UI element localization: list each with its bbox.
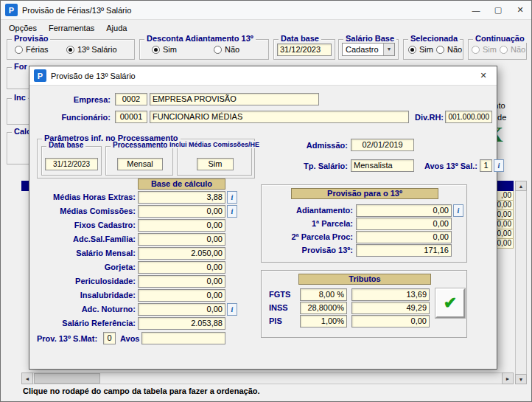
fgts-pct-field[interactable]: 8,00 % [300, 288, 347, 301]
row-value-field[interactable]: 0,00 [356, 204, 452, 217]
radio-dot [66, 46, 74, 54]
group-partial-inc-label: Inc [12, 93, 28, 102]
radio-selecionada-nao[interactable]: Não [436, 45, 462, 54]
scroll-down-icon[interactable]: ▼ [515, 374, 527, 384]
salario-base-select[interactable]: Cadastro ▼ [342, 43, 395, 56]
row-value-field[interactable]: 3,88 [138, 191, 225, 204]
avos-13-field[interactable]: 1 [480, 159, 492, 172]
radio-desconta-nao-label: Não [225, 45, 239, 54]
funcionario-name-field[interactable]: FUNCIONARIO MÉDIAS [150, 111, 409, 123]
row-label: Médias Comissões: [31, 207, 136, 215]
radio-continuacao-nao: Não [500, 45, 525, 54]
maximize-icon[interactable]: ▢ [487, 1, 509, 19]
base-calculo-header: Base de cálculo [138, 179, 225, 190]
radio-desconta-sim[interactable]: Sim [152, 45, 177, 54]
row-value-field[interactable]: 0,00 [138, 205, 225, 218]
prov-smat-avos-field[interactable] [141, 332, 225, 344]
radio-dot [500, 46, 508, 54]
subgroup-inclui-medias: Inclui Médias Comissões/HE Sim [177, 146, 252, 176]
processamento-field[interactable]: Mensal [117, 158, 163, 170]
pis-pct-field[interactable]: 1,00% [300, 315, 347, 328]
close-icon[interactable]: ✕ [509, 1, 531, 19]
scroll-up-icon[interactable]: ▲ [515, 181, 527, 191]
group-salario-base-label: Salário Base [343, 34, 396, 43]
row-value-field[interactable]: 0,00 [356, 218, 452, 230]
avos-info-icon[interactable]: i [494, 159, 504, 172]
radio-13-salario[interactable]: 13º Salário [66, 45, 117, 54]
dialog-close-icon[interactable]: ✕ [470, 66, 497, 85]
data-base-input[interactable]: 31/12/2023 [277, 44, 332, 56]
row-value-field[interactable]: 0,00 [138, 219, 225, 232]
pis-value-field[interactable]: 0,00 [351, 315, 430, 328]
dialog-data-base-field[interactable]: 31/12/2023 [45, 158, 98, 170]
row-value-field[interactable]: 0,00 [138, 303, 225, 316]
menu-ajuda[interactable]: Ajuda [100, 21, 133, 35]
group-parametros: Parâmetros inf. no Processamento Data ba… [37, 139, 255, 179]
adc-noturno-info-icon[interactable]: i [227, 303, 237, 316]
window-title: Provisão de Férias/13º Salário [22, 6, 465, 15]
inss-value-field[interactable]: 49,29 [351, 302, 430, 314]
radio-dot [214, 46, 222, 54]
row-value-field[interactable]: 2.053,88 [138, 317, 225, 330]
provisao-13-header: Provisão para o 13º [291, 188, 438, 199]
inss-label: INSS [269, 303, 288, 312]
group-partial-for-label: For [12, 62, 29, 71]
chevron-down-icon[interactable]: ▼ [383, 44, 394, 55]
medias-he-info-icon[interactable]: i [227, 191, 237, 204]
group-selecionada: Selecionada Sim Não [403, 39, 463, 60]
group-desconta-label: Desconta Adiantamento 13º [144, 34, 256, 43]
group-data-base: Data base 31/12/2023 [273, 39, 335, 60]
subgroup-processamento: Processamento Mensal [105, 146, 173, 176]
divrh-field[interactable]: 001.000.000 [445, 111, 492, 123]
dialog-provisao-13: P Provisão de 13º Salário ✕ Empresa: 000… [29, 66, 497, 370]
salario-base-value: Cadastro [346, 45, 379, 54]
row-label: Insalubridade: [31, 291, 136, 299]
radio-continuacao-nao-label: Não [511, 45, 525, 54]
main-window: P Provisão de Férias/13º Salário — ▢ ✕ O… [0, 0, 532, 402]
row-label: Fixos Cadastro: [31, 221, 136, 229]
vertical-scrollbar[interactable] [515, 181, 527, 384]
empresa-label: Empresa: [35, 95, 111, 104]
empresa-code-field[interactable]: 0002 [115, 93, 147, 105]
row-label: 2ª Parcela Proc: [265, 232, 353, 241]
subgroup-data-base-label: Data base [46, 141, 85, 149]
radio-continuacao-sim-label: Sim [483, 45, 497, 54]
medias-comissoes-info-icon[interactable]: i [227, 205, 237, 218]
dialog-titlebar: P Provisão de 13º Salário ✕ [29, 66, 497, 86]
inss-pct-field[interactable]: 28,8000% [300, 302, 347, 314]
radio-desconta-nao[interactable]: Não [214, 45, 239, 54]
row-value-field[interactable]: 0,00 [138, 233, 225, 246]
scroll-right-icon[interactable]: ► [502, 372, 514, 384]
minimize-icon[interactable]: — [465, 1, 487, 19]
scroll-left-icon[interactable]: ◄ [21, 372, 33, 384]
scrollbar-thumb[interactable] [34, 373, 100, 384]
check-icon: ✔ [444, 294, 457, 313]
admissao-field[interactable]: 02/01/2019 [351, 139, 414, 151]
radio-ferias[interactable]: Férias [15, 45, 49, 54]
adiantamento-info-icon[interactable]: i [453, 204, 463, 217]
group-continuacao: Continuação Sim Não [468, 39, 527, 60]
funcionario-code-field[interactable]: 00001 [115, 111, 147, 123]
pis-label: PIS [269, 316, 282, 325]
tributos-box: Tributos FGTS 8,00 % 13,69 INSS 28,8000%… [261, 270, 467, 338]
row-value-field[interactable]: 0,00 [138, 275, 225, 288]
row-value-field[interactable]: 0,00 [138, 261, 225, 274]
empresa-name-field[interactable]: EMPRESA PROVISÃO [150, 93, 319, 105]
radio-selecionada-sim-label: Sim [419, 45, 433, 54]
confirm-check-button[interactable]: ✔ [435, 288, 465, 318]
fgts-value-field[interactable]: 13,69 [351, 288, 430, 301]
inclui-medias-field[interactable]: Sim [197, 158, 234, 170]
row-value-field[interactable]: 0,00 [138, 289, 225, 302]
row-value-field[interactable]: 0,00 [356, 231, 452, 243]
prov-smat-label: Prov. 13º S.Mat: [37, 334, 97, 343]
row-value-field[interactable]: 2.050,00 [138, 247, 225, 260]
avos-13-label: Avos 13º Sal.: [417, 162, 477, 170]
prov-smat-field[interactable]: 0 [103, 332, 116, 344]
subgroup-inclui-medias-label: Inclui Médias Comissões/HE [167, 141, 262, 148]
menu-opcoes[interactable]: Opções [3, 21, 43, 35]
menu-ferramentas[interactable]: Ferramentas [43, 21, 100, 35]
tp-salario-field[interactable]: Mensalista [351, 159, 414, 172]
row-label: Gorjeta: [31, 263, 136, 271]
row-value-field[interactable]: 171,16 [356, 244, 452, 257]
radio-selecionada-sim[interactable]: Sim [408, 45, 433, 54]
